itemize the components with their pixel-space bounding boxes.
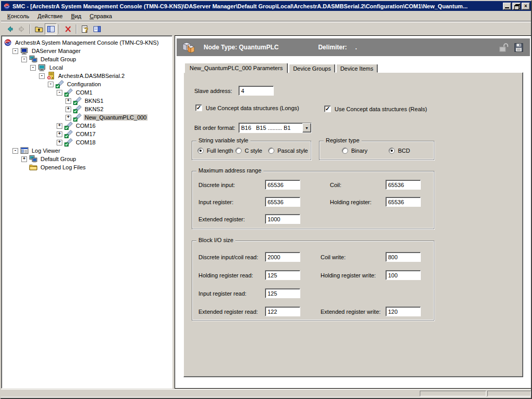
tree-item-label[interactable]: COM16	[75, 123, 97, 129]
tree-item-dasmbserial[interactable]: - ArchestrA.DASMBSerial.2	[2, 72, 172, 80]
combo-dropdown-button[interactable]: ▼	[302, 123, 311, 132]
tree-item-label[interactable]: Log Viewer	[31, 148, 61, 154]
concept-longs-label: Use Concept data structures (Longs)	[206, 105, 299, 111]
tree-item-label[interactable]: New_QuantumPLC_000	[84, 114, 148, 121]
tree-item-label[interactable]: DAServer Manager	[31, 48, 82, 54]
tree-item-com1[interactable]: - COM1	[2, 88, 172, 97]
minimize-button[interactable]	[503, 3, 511, 10]
up-one-level-button[interactable]	[33, 23, 45, 35]
tree-expander-icon[interactable]: -	[48, 82, 54, 87]
coil-field[interactable]	[385, 180, 421, 190]
holding-register-read-field[interactable]	[265, 270, 300, 280]
menu-help[interactable]: Справка	[86, 11, 116, 21]
tree-item-label[interactable]: Opened Log Files	[39, 164, 87, 170]
tree-item-label[interactable]: ArchestrA.DASMBSerial.2	[57, 73, 126, 79]
tree-item-new-quantumplc[interactable]: + New_QuantumPLC_000	[2, 113, 172, 122]
concept-reals-checkbox[interactable]: ✓	[324, 105, 331, 112]
help-button[interactable]	[79, 23, 91, 35]
console-tree-toggle-button[interactable]	[45, 23, 57, 35]
holding-register-field[interactable]	[385, 197, 421, 207]
forward-icon	[18, 25, 26, 33]
slave-address-input[interactable]	[238, 86, 274, 96]
delimiter-value: .	[355, 44, 357, 51]
extended-register-field[interactable]	[265, 214, 300, 224]
back-button[interactable]	[4, 23, 16, 35]
save-icon[interactable]	[514, 43, 524, 52]
tree-expander-icon[interactable]: -	[12, 148, 18, 154]
concept-longs-checkbox[interactable]: ✓	[195, 104, 202, 111]
tree-item-com17[interactable]: + COM17	[2, 130, 172, 138]
tree-expander-icon[interactable]: -	[39, 73, 45, 79]
tree-item-label[interactable]: Configuration	[66, 81, 102, 87]
forward-button[interactable]	[16, 23, 28, 35]
bcd-radio[interactable]	[389, 148, 395, 154]
full-length-radio-row: Full length	[197, 148, 233, 154]
restore-button[interactable]	[512, 3, 521, 10]
config-check-icon	[73, 113, 82, 122]
tree-item-bkns2[interactable]: + BKNS2	[2, 105, 172, 113]
tree-item-daserver-manager[interactable]: - DAServer Manager	[2, 47, 172, 55]
binary-radio[interactable]	[342, 148, 348, 154]
tree-item-bkns1[interactable]: + BKNS1	[2, 97, 172, 105]
bit-order-select[interactable]: B16 B15 ......... B1 ▼	[238, 123, 312, 133]
tree-item-com16[interactable]: + COM16	[2, 122, 172, 130]
tree-item-label[interactable]: BKNS2	[84, 106, 104, 112]
tree-item-label[interactable]: Local	[48, 64, 64, 71]
tree-expander-icon[interactable]: -	[21, 57, 27, 62]
tree-expander-icon[interactable]: +	[21, 156, 27, 162]
tree-expander-icon[interactable]: -	[30, 65, 36, 71]
pascal-style-radio-row: Pascal style	[268, 148, 308, 154]
tree-item-configuration[interactable]: - Configuration	[2, 80, 172, 88]
tree-item-label[interactable]: Default Group	[39, 56, 77, 62]
input-register-read-field[interactable]	[265, 288, 300, 298]
extended-register-write-field[interactable]	[385, 307, 421, 316]
up-folder-icon	[35, 25, 43, 33]
pascal-style-radio[interactable]	[268, 148, 274, 154]
tree-item-com18[interactable]: + COM18	[2, 138, 172, 147]
tree-item-local[interactable]: - Local	[2, 63, 172, 72]
tree-item-label[interactable]: ArchestrA System Management Console (TMN…	[14, 39, 159, 46]
concept-reals-checkbox-row: ✓ Use Concept data structures (Reals)	[324, 105, 427, 112]
tree-item-label[interactable]: BKNS1	[84, 98, 104, 104]
tree-item-label[interactable]: Default Group	[39, 156, 77, 162]
tree-item-log-viewer[interactable]: - Log Viewer	[2, 147, 172, 155]
input-register-field[interactable]	[265, 197, 300, 207]
config-check-icon	[64, 88, 73, 97]
discrete-input-coil-read-field[interactable]	[265, 252, 300, 262]
c-style-radio[interactable]	[235, 148, 242, 154]
detail-pane-button[interactable]	[91, 23, 103, 35]
coil-write-field[interactable]	[385, 252, 421, 262]
tree-expander-icon[interactable]: -	[12, 48, 18, 54]
tab-device-items[interactable]: Device Items	[336, 64, 378, 73]
full-length-radio[interactable]	[197, 148, 204, 154]
tree-item-label[interactable]: COM1	[75, 89, 94, 96]
tree-item-label[interactable]: COM17	[75, 131, 97, 137]
discrete-input-field[interactable]	[265, 180, 300, 190]
tab-parameters[interactable]: New_QuantumPLC_000 Parameters	[184, 63, 288, 73]
log-viewer-icon	[20, 147, 29, 155]
close-button[interactable]: ×	[522, 3, 530, 10]
tree-expander-icon[interactable]: +	[65, 115, 71, 121]
menu-view[interactable]: Вид	[67, 11, 86, 21]
tree-item-console-root[interactable]: ArchestrA System Management Console (TMN…	[2, 38, 172, 47]
status-segment	[487, 391, 531, 396]
tree-item-opened-log-files[interactable]: Opened Log Files	[2, 163, 172, 171]
console-root-icon	[4, 38, 12, 47]
tree-expander-icon[interactable]: +	[65, 98, 71, 104]
menu-action[interactable]: Действие	[33, 11, 66, 21]
tree-expander-icon[interactable]: +	[57, 123, 62, 129]
tree-item-label[interactable]: COM18	[75, 139, 97, 145]
tree-item-log-default-group[interactable]: + Default Group	[2, 155, 172, 163]
menu-console[interactable]: Консоль	[3, 11, 33, 21]
delete-button[interactable]	[62, 23, 74, 35]
tree-expander-icon[interactable]: -	[57, 90, 62, 96]
tree-expander-icon[interactable]: +	[57, 140, 62, 145]
tree-expander-icon[interactable]: +	[57, 131, 62, 137]
tree-expander-icon[interactable]: +	[65, 107, 71, 112]
tree-item-default-group[interactable]: - Default Group	[2, 55, 172, 63]
toolbar-separator	[59, 24, 60, 34]
unlock-icon[interactable]	[499, 43, 509, 52]
tab-device-groups[interactable]: Device Groups	[289, 64, 335, 73]
holding-register-write-field[interactable]	[385, 270, 421, 280]
extended-register-read-field[interactable]	[265, 307, 300, 316]
